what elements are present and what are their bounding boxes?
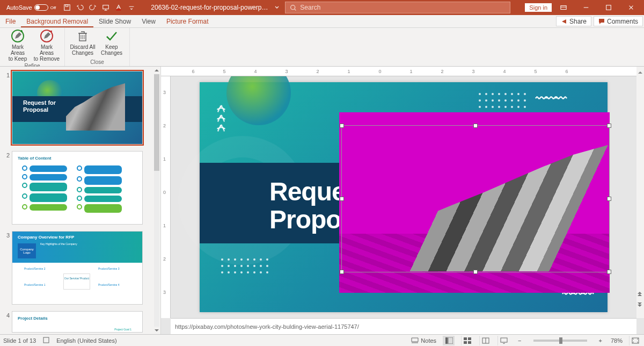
accessibility-icon[interactable] bbox=[42, 336, 50, 345]
comments-label: Comments bbox=[607, 18, 638, 25]
notes-toggle[interactable]: Notes bbox=[411, 337, 436, 344]
ribbon-display-icon[interactable] bbox=[553, 0, 574, 15]
svg-rect-11 bbox=[445, 337, 448, 344]
normal-view-icon[interactable] bbox=[443, 336, 455, 345]
horizontal-ruler[interactable]: 6543210123456 bbox=[161, 67, 636, 76]
mark-areas-remove-button[interactable]: Mark Areas to Remove bbox=[33, 29, 60, 62]
fit-window-icon[interactable] bbox=[629, 336, 641, 345]
scrollbar-thumb[interactable] bbox=[154, 74, 159, 171]
handle-se[interactable] bbox=[607, 270, 611, 274]
redo-icon[interactable] bbox=[88, 3, 98, 12]
doc-dropdown-icon[interactable] bbox=[274, 3, 280, 12]
keep-l1: Keep bbox=[105, 44, 118, 50]
save-icon[interactable] bbox=[62, 3, 72, 12]
notes-text: https://pixabay.com/photos/new-york-city… bbox=[175, 323, 359, 330]
thumbnail-slide-3[interactable]: Company Overview for RFP Company Logo Ke… bbox=[12, 231, 143, 305]
thumb-number-1: 1 bbox=[4, 71, 12, 78]
scroll-up-icon[interactable] bbox=[153, 67, 160, 74]
handle-n[interactable] bbox=[473, 124, 478, 128]
status-bar: Slide 1 of 13 English (United States) No… bbox=[0, 334, 644, 346]
share-button[interactable]: Share bbox=[556, 16, 591, 26]
slide-editor: 6543210123456 3210123 ⦓⦓⦓ 〰〰〰 Request fo… bbox=[161, 67, 644, 334]
tab-background-removal[interactable]: Background Removal bbox=[21, 15, 93, 27]
svg-rect-12 bbox=[448, 337, 453, 344]
svg-rect-16 bbox=[468, 341, 471, 344]
handle-e[interactable] bbox=[607, 197, 611, 201]
autosave-toggle[interactable]: AutoSave Off bbox=[3, 4, 59, 11]
tab-file[interactable]: File bbox=[0, 15, 21, 27]
undo-icon[interactable] bbox=[75, 3, 85, 12]
tab-view[interactable]: View bbox=[136, 15, 161, 27]
handle-s[interactable] bbox=[473, 270, 478, 274]
thumbnail-slide-2[interactable]: Table of Content bbox=[12, 151, 143, 225]
sign-in-button[interactable]: Sign in bbox=[525, 3, 552, 12]
qat-overflow-icon[interactable] bbox=[127, 3, 136, 12]
search-input[interactable]: Search bbox=[285, 2, 510, 13]
ribbon-group-refine: Mark Areas to Keep Mark Areas to Remove … bbox=[0, 28, 65, 66]
zoom-in-button[interactable]: + bbox=[597, 337, 604, 344]
sorter-view-icon[interactable] bbox=[461, 336, 473, 345]
share-label: Share bbox=[569, 18, 587, 25]
zoom-slider[interactable] bbox=[533, 340, 587, 342]
decor-dots-bottom bbox=[221, 258, 275, 291]
collapse-ribbon-icon[interactable] bbox=[638, 68, 643, 73]
check-icon bbox=[105, 29, 119, 43]
next-slide-icon[interactable] bbox=[636, 300, 643, 306]
tab-slide-show[interactable]: Slide Show bbox=[93, 15, 136, 27]
handle-sw[interactable] bbox=[340, 270, 344, 274]
handle-w[interactable] bbox=[340, 197, 344, 201]
menu-bar: File Background Removal Slide Show View … bbox=[0, 15, 644, 28]
decor-zigzag-top: 〰〰〰 bbox=[536, 92, 565, 106]
discard-changes-button[interactable]: Discard All Changes bbox=[69, 29, 96, 56]
prev-slide-icon[interactable] bbox=[636, 290, 643, 297]
vertical-ruler[interactable]: 3210123 bbox=[161, 76, 171, 318]
trash-icon bbox=[76, 29, 90, 43]
thumbnail-slide-1[interactable]: Request forProposal bbox=[12, 71, 143, 145]
slide-canvas[interactable]: ⦓⦓⦓ 〰〰〰 Request for Proposal 〰〰〰 bbox=[200, 82, 608, 312]
zoom-out-button[interactable]: − bbox=[516, 337, 523, 344]
mark-keep-l2: to Keep bbox=[9, 56, 27, 62]
thumb3-logo: Company Logo bbox=[18, 243, 36, 258]
tab-picture-format[interactable]: Picture Format bbox=[161, 15, 214, 27]
notes-pane[interactable]: https://pixabay.com/photos/new-york-city… bbox=[171, 318, 636, 334]
decor-zigzag-left: ⦓⦓⦓ bbox=[216, 104, 227, 133]
thumb3-sv2: Product/Service 2 bbox=[24, 267, 45, 270]
scroll-down-icon[interactable] bbox=[153, 327, 160, 334]
svg-rect-6 bbox=[606, 5, 611, 10]
slide-count[interactable]: Slide 1 of 13 bbox=[3, 337, 36, 344]
zoom-level[interactable]: 78% bbox=[611, 337, 623, 344]
language-status[interactable]: English (United States) bbox=[56, 337, 117, 344]
pencil-minus-icon bbox=[40, 29, 54, 43]
close-icon[interactable] bbox=[620, 0, 642, 15]
present-icon[interactable] bbox=[101, 3, 111, 12]
font-color-icon[interactable] bbox=[114, 3, 123, 12]
handle-nw[interactable] bbox=[340, 124, 344, 128]
slideshow-view-icon[interactable] bbox=[497, 336, 509, 345]
comments-button[interactable]: Comments bbox=[594, 16, 643, 26]
maximize-icon[interactable] bbox=[598, 0, 619, 15]
thumbnail-scrollbar[interactable] bbox=[153, 67, 160, 334]
handle-ne[interactable] bbox=[607, 124, 611, 128]
autosave-state: Off bbox=[50, 5, 56, 10]
zoom-knob[interactable] bbox=[559, 337, 562, 344]
search-placeholder: Search bbox=[300, 4, 320, 11]
notes-icon bbox=[411, 337, 419, 344]
reading-view-icon[interactable] bbox=[479, 336, 491, 345]
ribbon-group-label-close: Close bbox=[90, 58, 104, 66]
thumbnail-slide-4[interactable]: Project Details Project Goal 1 bbox=[12, 311, 143, 333]
thumb3-service-center: Our Service/ Product bbox=[63, 273, 90, 290]
share-icon bbox=[561, 18, 567, 25]
marquee[interactable] bbox=[341, 125, 610, 272]
background-removal-selection[interactable] bbox=[339, 112, 610, 293]
minimize-icon[interactable] bbox=[575, 0, 597, 15]
svg-rect-0 bbox=[64, 5, 70, 11]
keep-changes-button[interactable]: Keep Changes bbox=[98, 29, 125, 56]
thumb-number-2: 2 bbox=[4, 151, 12, 158]
editor-scrollbar[interactable] bbox=[636, 67, 644, 318]
keep-l2: Changes bbox=[101, 50, 122, 56]
svg-rect-1 bbox=[66, 5, 68, 7]
autosave-switch-icon bbox=[34, 4, 48, 11]
thumb-number-4: 4 bbox=[4, 311, 12, 319]
mark-remove-l1: Mark Areas bbox=[33, 44, 60, 56]
mark-areas-keep-button[interactable]: Mark Areas to Keep bbox=[4, 29, 31, 62]
